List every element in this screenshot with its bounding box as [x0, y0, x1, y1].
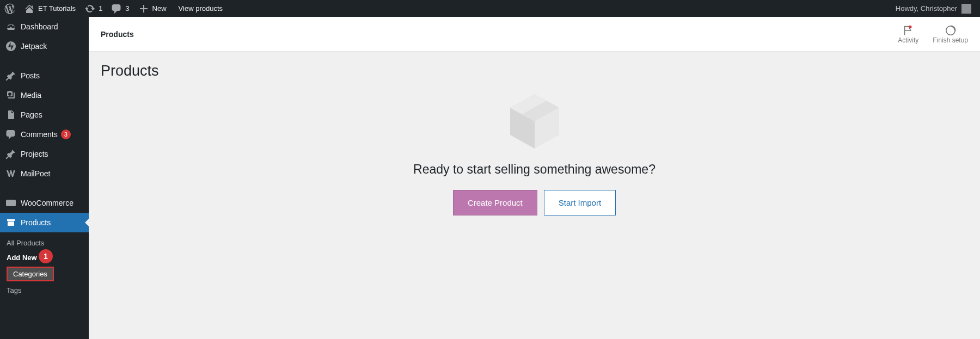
- new-label: New: [152, 4, 167, 13]
- comments-badge: 3: [61, 130, 71, 139]
- comments-count: 3: [125, 4, 129, 13]
- sidebar-item-jetpack[interactable]: Jetpack: [0, 36, 89, 56]
- comment-icon: [111, 3, 122, 14]
- svg-point-2: [909, 25, 912, 28]
- page-heading: Products: [101, 63, 968, 79]
- svg-rect-1: [6, 200, 16, 206]
- mailpoet-icon: [5, 168, 16, 179]
- page-body: Products Ready to start selling somethin…: [89, 52, 980, 226]
- updates[interactable]: 1: [80, 0, 107, 17]
- header-title: Products: [101, 30, 134, 39]
- content-header: Products Activity Finish setup: [89, 17, 980, 52]
- wordpress-icon: [4, 3, 15, 14]
- submenu-categories[interactable]: Categories: [7, 267, 54, 281]
- jetpack-icon: [5, 41, 16, 52]
- box-illustration-icon: [502, 86, 567, 151]
- comments-icon: [5, 129, 16, 140]
- adminbar-right: Howdy, Christopher: [891, 0, 980, 17]
- sidebar-item-label: Products: [21, 218, 51, 227]
- avatar: [961, 4, 971, 14]
- sidebar: Dashboard Jetpack Posts Media Pages Comm…: [0, 17, 89, 339]
- sidebar-item-label: WooCommerce: [21, 199, 74, 207]
- activity-label: Activity: [898, 36, 918, 44]
- page-icon: [5, 109, 16, 120]
- menu-separator: [0, 183, 89, 193]
- woocommerce-icon: [5, 198, 16, 208]
- sidebar-item-label: MailPoet: [21, 169, 50, 178]
- finish-setup-button[interactable]: Finish setup: [933, 24, 968, 44]
- sidebar-item-mailpoet[interactable]: MailPoet: [0, 164, 89, 183]
- sidebar-item-media[interactable]: Media: [0, 85, 89, 105]
- pin-icon: [5, 70, 16, 81]
- sidebar-item-posts[interactable]: Posts: [0, 66, 89, 85]
- sidebar-item-pages[interactable]: Pages: [0, 105, 89, 125]
- sidebar-item-comments[interactable]: Comments 3: [0, 125, 89, 144]
- sidebar-item-label: Posts: [21, 71, 40, 80]
- sidebar-item-label: Pages: [21, 110, 42, 119]
- wp-logo[interactable]: [0, 0, 20, 17]
- submenu-add-new[interactable]: Add New 1: [0, 250, 89, 265]
- view-products-label: View products: [179, 4, 223, 13]
- callout-badge: 1: [39, 249, 53, 263]
- site-name-label: ET Tutorials: [38, 4, 76, 13]
- submenu-add-new-label: Add New: [7, 254, 37, 262]
- adminbar-left: ET Tutorials 1 3 New View products: [0, 0, 227, 17]
- site-name[interactable]: ET Tutorials: [20, 0, 80, 17]
- sidebar-item-projects[interactable]: Projects: [0, 144, 89, 164]
- empty-state: Ready to start selling something awesome…: [101, 86, 968, 215]
- empty-buttons: Create Product Start Import: [453, 190, 616, 215]
- home-icon: [24, 3, 35, 14]
- progress-icon: [945, 24, 957, 36]
- svg-point-0: [6, 41, 16, 51]
- content: Products Activity Finish setup Products …: [89, 17, 980, 339]
- sidebar-item-woocommerce[interactable]: WooCommerce: [0, 193, 89, 213]
- submenu-products: All Products Add New 1 Categories Tags: [0, 232, 89, 301]
- sidebar-item-dashboard[interactable]: Dashboard: [0, 17, 89, 36]
- howdy-text: Howdy, Christopher: [896, 4, 957, 13]
- pin-icon: [5, 149, 16, 159]
- header-actions: Activity Finish setup: [898, 24, 968, 44]
- archive-icon: [5, 217, 16, 228]
- sidebar-item-products[interactable]: Products: [0, 213, 89, 232]
- comments-notif[interactable]: 3: [107, 0, 133, 17]
- submenu-all-products[interactable]: All Products: [0, 236, 89, 250]
- flag-icon: [902, 24, 914, 36]
- sidebar-item-label: Dashboard: [21, 22, 58, 31]
- plus-icon: [138, 3, 149, 14]
- view-products[interactable]: View products: [171, 0, 227, 17]
- empty-heading: Ready to start selling something awesome…: [413, 162, 656, 177]
- start-import-button[interactable]: Start Import: [544, 190, 616, 215]
- update-icon: [84, 3, 95, 14]
- media-icon: [5, 90, 16, 101]
- submenu-tags[interactable]: Tags: [0, 283, 89, 298]
- adminbar: ET Tutorials 1 3 New View products Howdy…: [0, 0, 980, 17]
- sidebar-item-label: Comments: [21, 130, 58, 139]
- menu-separator: [0, 56, 89, 66]
- sidebar-item-label: Jetpack: [21, 42, 47, 51]
- new-content[interactable]: New: [134, 0, 171, 17]
- updates-count: 1: [99, 4, 102, 13]
- my-account[interactable]: Howdy, Christopher: [891, 0, 976, 17]
- sidebar-item-label: Projects: [21, 150, 48, 158]
- finish-setup-label: Finish setup: [933, 36, 968, 44]
- activity-button[interactable]: Activity: [898, 24, 918, 44]
- dashboard-icon: [5, 21, 16, 32]
- create-product-button[interactable]: Create Product: [453, 190, 537, 215]
- sidebar-item-label: Media: [21, 91, 41, 100]
